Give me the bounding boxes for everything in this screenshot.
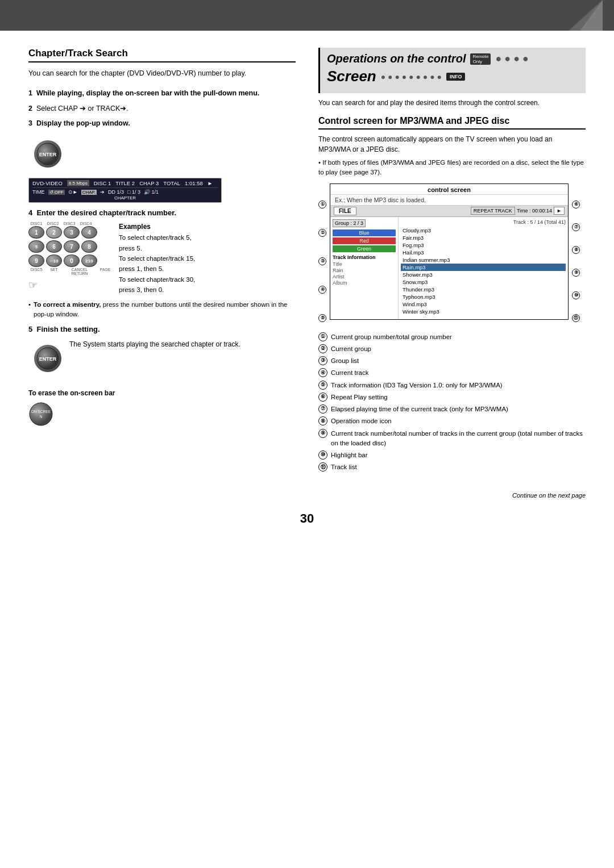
cs-color-btn-blue[interactable]: Blue (333, 229, 396, 236)
cs-time: Time : 00:00:14 (517, 208, 552, 214)
control-desc: The control screen automatically appears… (318, 134, 586, 155)
numpad-8[interactable]: 8 (81, 240, 97, 253)
cs-color-btn-red[interactable]: Red (333, 237, 396, 244)
cs-track-info-title: Title (333, 261, 396, 267)
numpad-bottom-labels: DISC5 SET CANCEL RETURN PAGE (28, 268, 113, 276)
cs-file-indian[interactable]: Indian summer.mp3 (401, 256, 566, 264)
annot-7: ⑦ (572, 223, 580, 231)
numpad-3[interactable]: 3 (64, 226, 80, 239)
cs-left-nums: ① ② ③ ④ ⑤ (318, 183, 326, 328)
cs-file-btn[interactable]: FILE (334, 207, 356, 215)
cs-file-wind[interactable]: Wind.mp3 (401, 301, 566, 308)
cursor-icon: ☞ (28, 279, 113, 291)
erase-title: To erase the on-screen bar (28, 389, 296, 397)
annot-item-10: ⑩ Highlight bar (318, 450, 586, 460)
annot-1: ① (318, 201, 326, 208)
cs-file-list: Cloudy.mp3 Fair.mp3 Fog.mp3 Hail.mp3 Ind… (401, 227, 566, 315)
enter-button-image: ENTER (34, 140, 61, 168)
numpad-1[interactable]: 1 (28, 226, 44, 239)
chapter-label: CHAPTER (32, 195, 218, 201)
cs-toolbar-right: REPEAT TRACK Time : 00:00:14 ► (471, 207, 565, 215)
cs-right-panel: Track : 5 / 14 (Total 41) Cloudy.mp3 Fai… (399, 217, 568, 319)
on-screen-button-icon: ON SCREE N (28, 402, 53, 427)
numpad-ge10[interactable]: ≥10 (81, 254, 97, 267)
annot-10: ⑩ (572, 291, 580, 299)
annotation-list: ① Current group number/total group numbe… (318, 332, 586, 473)
cs-color-btns: Blue Red Green (333, 229, 396, 252)
cs-repeat-btn[interactable]: REPEAT TRACK (471, 207, 515, 215)
cs-track-info-album: Album (333, 280, 396, 286)
finish-row: ENTER The System starts playing the sear… (28, 339, 296, 378)
cs-file-cloudy[interactable]: Cloudy.mp3 (401, 227, 566, 234)
cs-file-winter[interactable]: Winter sky.mp3 (401, 308, 566, 315)
ops-desc: You can search for and play the desired … (318, 98, 586, 108)
enter-button-2: ENTER (34, 345, 61, 372)
page-number: 30 (0, 502, 614, 531)
svg-text:ENTER: ENTER (39, 152, 57, 157)
correction-note: • To correct a misentry, press the numbe… (28, 300, 296, 320)
cs-file-typhoon[interactable]: Typhoon.mp3 (401, 293, 566, 301)
cs-body: Group : 2 / 3 Blue Red Green Track Infor… (330, 217, 568, 319)
onscreen-bar: DVD-VIDEO 8.5 Mbps DISC 1 TITLE 2 CHAP 3… (28, 178, 222, 203)
cs-play-btn[interactable]: ► (554, 207, 565, 215)
content-area: Chapter/Track Search You can search for … (0, 31, 614, 492)
annot-item-2: ② Current group (318, 344, 586, 354)
annot-6: ⑥ (572, 201, 580, 208)
cs-color-btn-green[interactable]: Green (333, 245, 396, 252)
annot-item-5: ⑤ Track information (ID3 Tag Version 1.0… (318, 381, 586, 390)
numpad-4[interactable]: 4 (81, 226, 97, 239)
examples-box: Examples To select chapter/track 5,press… (119, 222, 195, 295)
cs-track-info: Track Information Title Rain Artist (333, 254, 396, 286)
onscreen-bar-row1: DVD-VIDEO 8.5 Mbps DISC 1 TITLE 2 CHAP 3… (32, 180, 218, 188)
erase-icon-row: ON SCREE N (28, 402, 296, 427)
screen-dots: ● ● ● ● ● ● ● ● ● (381, 72, 442, 81)
cs-diagram-wrapper: ① ② ③ ④ ⑤ control screen Ex.: When the M… (318, 183, 586, 328)
cs-file-shower[interactable]: Shower.mp3 (401, 271, 566, 278)
ops-header: Operations on the control RemoteOnly ● ●… (327, 52, 579, 65)
annot-item-9: ⑨ Current track number/total number of t… (318, 429, 586, 449)
numpad-6[interactable]: 6 (46, 240, 62, 253)
numpad-7[interactable]: 7 (64, 240, 80, 253)
annot-item-3: ③ Group list (318, 356, 586, 366)
annot-item-11: ⑪ Track list (318, 462, 586, 472)
cs-file-snow[interactable]: Snow.mp3 (401, 278, 566, 286)
numpad-container: DISC1 DISC2 DISC3 DISC4 1 2 3 4 5 6 7 8 (28, 222, 113, 291)
control-screen-box: control screen Ex.: When the MP3 disc is… (330, 183, 569, 320)
annot-5: ⑤ (318, 314, 326, 322)
cs-example: Ex.: When the MP3 disc is loaded. (330, 195, 568, 206)
cs-file-thunder[interactable]: Thunder.mp3 (401, 286, 566, 293)
left-column: Chapter/Track Search You can search for … (28, 48, 296, 475)
continue-note: Continue on the next page (0, 492, 614, 499)
cs-file-fair[interactable]: Fair.mp3 (401, 234, 566, 241)
cs-file-fog[interactable]: Fog.mp3 (401, 241, 566, 249)
onscreen-bar-row2: TIME ↺ OFF ⊙► CHAP. ➔ DD 1/3 □ 1/ 3 🔊 1/… (32, 189, 218, 195)
cs-track-info-header: Track Information (333, 254, 396, 260)
cs-right-nums: ⑥ ⑦ ⑧ ⑨ ⑩ ⑪ (572, 183, 580, 328)
numpad-0[interactable]: 0 (64, 254, 80, 267)
numpad-2[interactable]: 2 (46, 226, 62, 239)
cs-group-num: Group : 2 / 3 (333, 219, 396, 227)
numpad-10[interactable]: ···10 (46, 254, 62, 267)
annot-item-7: ⑦ Elapsed playing time of the current tr… (318, 404, 586, 414)
svg-marker-1 (580, 0, 603, 31)
chapter-track-search-title: Chapter/Track Search (28, 48, 296, 62)
annot-item-4: ④ Current track (318, 368, 586, 378)
cs-left-panel: Group : 2 / 3 Blue Red Green Track Infor… (330, 217, 399, 319)
control-bullet: • If both types of files (MP3/WMA and JP… (318, 158, 586, 178)
screen-word: Screen (327, 68, 376, 85)
cs-track-num-row: Track : 5 / 14 (Total 41) (401, 219, 566, 225)
svg-text:ENTER: ENTER (39, 356, 57, 362)
cs-file-rain[interactable]: Rain.mp3 (401, 264, 566, 271)
svg-point-6 (30, 403, 52, 425)
annot-8: ⑧ (572, 246, 580, 254)
numpad-9[interactable]: 9 (28, 254, 44, 267)
steps-1-3: 1 While playing, display the on-screen b… (28, 88, 296, 129)
numpad-5[interactable]: 5 (28, 240, 44, 253)
annot-9: ⑨ (572, 269, 580, 277)
control-section-title: Control screen for MP3/WMA and JPEG disc (318, 116, 586, 130)
cs-file-hail[interactable]: Hail.mp3 (401, 249, 566, 256)
step-5-label: 5 Finish the setting. (28, 325, 296, 333)
numpad-grid: 1 2 3 4 5 6 7 8 9 ···10 0 ≥10 (28, 226, 113, 267)
annot-3: ③ (318, 257, 326, 265)
finish-text: The System starts playing the searched c… (69, 339, 240, 349)
